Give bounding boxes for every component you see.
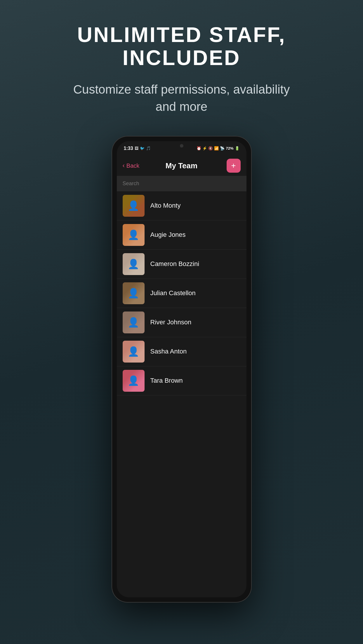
avatar: 👤 bbox=[123, 282, 145, 304]
alarm-icon: ⏰ bbox=[197, 146, 201, 150]
back-chevron-icon: ‹ bbox=[123, 162, 125, 169]
twitter-icon: 🐦 bbox=[140, 146, 145, 150]
status-bar: 1:33 🖼 🐦 🎵 ⏰ ⚡ 🔇 📶 📡 72% 🔋 bbox=[117, 141, 246, 156]
avatar-image-julian: 👤 bbox=[123, 282, 145, 304]
wifi-icon: 📶 bbox=[214, 146, 219, 150]
avatar: 👤 bbox=[123, 253, 145, 275]
status-left-icons: 1:33 🖼 🐦 🎵 bbox=[124, 146, 151, 151]
status-right-icons: ⏰ ⚡ 🔇 📶 📡 72% 🔋 bbox=[197, 146, 239, 150]
bluetooth-icon: ⚡ bbox=[202, 146, 207, 150]
phone-inner: 1:33 🖼 🐦 🎵 ⏰ ⚡ 🔇 📶 📡 72% 🔋 ‹ Back bbox=[117, 141, 246, 597]
member-name: Julian Castellon bbox=[150, 289, 196, 297]
nav-bar-inner: ‹ Back My Team + bbox=[123, 159, 241, 173]
avatar: 👤 bbox=[123, 224, 145, 246]
add-button[interactable]: + bbox=[227, 159, 241, 173]
team-list: 👤 Alto Monty 👤 Augie Jones 👤 Cameron Boz… bbox=[117, 191, 246, 597]
avatar-image-river: 👤 bbox=[123, 312, 145, 333]
spotify-icon: 🎵 bbox=[146, 146, 151, 150]
avatar-image-tara: 👤 bbox=[123, 370, 145, 392]
list-item[interactable]: 👤 Julian Castellon bbox=[117, 279, 246, 308]
plus-icon: + bbox=[231, 162, 236, 170]
nav-bar: ‹ Back My Team + bbox=[117, 156, 246, 176]
signal-icon: 📡 bbox=[220, 146, 225, 150]
battery-percentage: 72% bbox=[226, 146, 233, 150]
list-item[interactable]: 👤 Cameron Bozzini bbox=[117, 250, 246, 279]
member-name: Tara Brown bbox=[150, 377, 183, 384]
avatar: 👤 bbox=[123, 341, 145, 363]
member-name: Cameron Bozzini bbox=[150, 260, 199, 268]
back-label[interactable]: Back bbox=[126, 162, 139, 169]
list-item[interactable]: 👤 River Johnson bbox=[117, 308, 246, 337]
battery-icon: 🔋 bbox=[235, 146, 239, 150]
list-item[interactable]: 👤 Sasha Anton bbox=[117, 337, 246, 366]
avatar-image-sasha: 👤 bbox=[123, 341, 145, 363]
avatar-image-cameron: 👤 bbox=[123, 253, 145, 275]
volume-icon: 🔇 bbox=[208, 146, 213, 150]
camera-dot bbox=[180, 144, 183, 148]
list-item[interactable]: 👤 Augie Jones bbox=[117, 220, 246, 250]
subtitle: Customize staff permissions, availabilit… bbox=[68, 81, 296, 116]
member-name: River Johnson bbox=[150, 318, 192, 326]
photo-icon: 🖼 bbox=[135, 146, 138, 150]
list-item[interactable]: 👤 Tara Brown bbox=[117, 366, 246, 396]
member-name: Sasha Anton bbox=[150, 348, 187, 355]
avatar-image-alto: 👤 bbox=[123, 195, 145, 217]
member-name: Augie Jones bbox=[150, 231, 186, 239]
avatar: 👤 bbox=[123, 312, 145, 333]
search-bar[interactable] bbox=[117, 176, 246, 191]
member-name: Alto Monty bbox=[150, 202, 181, 209]
main-title: UNLIMITED STAFF, INCLUDED bbox=[68, 23, 296, 69]
phone-frame: 1:33 🖼 🐦 🎵 ⏰ ⚡ 🔇 📶 📡 72% 🔋 ‹ Back bbox=[112, 136, 252, 603]
avatar: 👤 bbox=[123, 195, 145, 217]
status-time: 1:33 bbox=[124, 146, 133, 151]
list-item[interactable]: 👤 Alto Monty bbox=[117, 191, 246, 220]
avatar: 👤 bbox=[123, 370, 145, 392]
search-input[interactable] bbox=[123, 181, 241, 187]
back-button[interactable]: ‹ Back bbox=[123, 162, 140, 169]
header-section: UNLIMITED STAFF, INCLUDED Customize staf… bbox=[50, 0, 313, 127]
nav-title: My Team bbox=[166, 161, 197, 170]
avatar-image-augie: 👤 bbox=[123, 224, 145, 246]
